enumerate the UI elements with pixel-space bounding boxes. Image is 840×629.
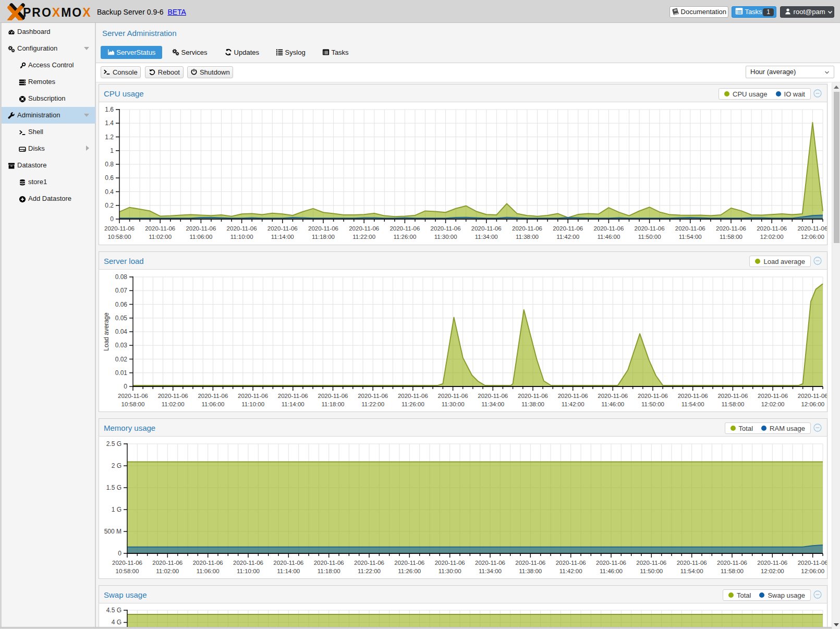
- svg-text:10:58:00: 10:58:00: [116, 568, 139, 574]
- svg-text:11:14:00: 11:14:00: [282, 401, 305, 407]
- svg-text:2020-11-06: 2020-11-06: [475, 560, 505, 566]
- svg-text:2020-11-06: 2020-11-06: [553, 225, 583, 232]
- svg-text:11:34:00: 11:34:00: [475, 234, 498, 240]
- svg-text:11:10:00: 11:10:00: [237, 568, 260, 574]
- svg-text:11:14:00: 11:14:00: [271, 234, 294, 240]
- svg-text:2020-11-06: 2020-11-06: [558, 393, 588, 399]
- svg-text:2020-11-06: 2020-11-06: [717, 560, 747, 566]
- svg-text:2020-11-06: 2020-11-06: [518, 393, 548, 399]
- svg-text:2020-11-06: 2020-11-06: [797, 225, 827, 232]
- svg-text:0.05: 0.05: [115, 314, 128, 322]
- svg-text:500 M: 500 M: [104, 528, 121, 535]
- svg-text:2020-11-06: 2020-11-06: [398, 393, 428, 399]
- svg-text:11:02:00: 11:02:00: [149, 234, 172, 240]
- svg-text:11:50:00: 11:50:00: [640, 568, 663, 574]
- svg-text:0.8: 0.8: [105, 161, 114, 168]
- svg-text:2020-11-06: 2020-11-06: [512, 225, 542, 232]
- svg-text:2020-11-06: 2020-11-06: [757, 225, 787, 232]
- svg-text:0.03: 0.03: [115, 342, 128, 349]
- svg-text:11:02:00: 11:02:00: [162, 401, 185, 407]
- svg-text:11:26:00: 11:26:00: [393, 234, 416, 240]
- svg-text:2020-11-06: 2020-11-06: [152, 560, 182, 566]
- svg-text:11:34:00: 11:34:00: [481, 401, 504, 407]
- svg-text:2020-11-06: 2020-11-06: [598, 393, 628, 399]
- svg-text:11:54:00: 11:54:00: [680, 568, 703, 574]
- svg-text:11:30:00: 11:30:00: [442, 401, 465, 407]
- svg-text:2020-11-06: 2020-11-06: [675, 225, 705, 232]
- svg-text:11:26:00: 11:26:00: [398, 568, 421, 574]
- svg-text:0: 0: [118, 550, 121, 557]
- svg-text:11:54:00: 11:54:00: [679, 234, 702, 240]
- svg-text:11:10:00: 11:10:00: [230, 234, 253, 240]
- svg-text:0.06: 0.06: [115, 301, 128, 308]
- svg-text:1.5 G: 1.5 G: [106, 484, 121, 491]
- svg-text:11:46:00: 11:46:00: [597, 234, 620, 240]
- svg-text:4.5 G: 4.5 G: [106, 607, 121, 614]
- svg-text:11:14:00: 11:14:00: [277, 568, 300, 574]
- svg-text:11:26:00: 11:26:00: [401, 401, 424, 407]
- svg-text:2020-11-06: 2020-11-06: [431, 225, 461, 232]
- svg-text:11:58:00: 11:58:00: [721, 568, 744, 574]
- svg-text:2020-11-06: 2020-11-06: [556, 560, 586, 566]
- svg-text:11:30:00: 11:30:00: [439, 568, 461, 574]
- svg-text:2020-11-06: 2020-11-06: [358, 393, 388, 399]
- svg-text:2020-11-06: 2020-11-06: [677, 560, 707, 566]
- svg-text:11:54:00: 11:54:00: [681, 401, 704, 407]
- svg-text:1.6: 1.6: [105, 106, 114, 113]
- svg-text:10:58:00: 10:58:00: [121, 401, 145, 407]
- svg-text:11:42:00: 11:42:00: [562, 401, 585, 407]
- svg-text:1: 1: [110, 147, 114, 154]
- svg-text:11:18:00: 11:18:00: [318, 568, 340, 574]
- svg-text:10:58:00: 10:58:00: [108, 234, 131, 240]
- svg-text:2020-11-06: 2020-11-06: [389, 225, 420, 232]
- svg-text:PROXMOX: PROXMOX: [23, 6, 92, 19]
- svg-text:2020-11-06: 2020-11-06: [354, 560, 384, 566]
- svg-text:2020-11-06: 2020-11-06: [193, 560, 223, 566]
- svg-text:12:06:00: 12:06:00: [801, 234, 824, 240]
- svg-text:2020-11-06: 2020-11-06: [145, 225, 175, 232]
- svg-text:12:02:00: 12:02:00: [761, 568, 784, 574]
- svg-text:2020-11-06: 2020-11-06: [435, 560, 465, 566]
- svg-text:11:22:00: 11:22:00: [361, 401, 384, 407]
- svg-text:2020-11-06: 2020-11-06: [112, 560, 142, 566]
- svg-text:2020-11-06: 2020-11-06: [273, 560, 303, 566]
- svg-text:11:06:00: 11:06:00: [189, 234, 212, 240]
- svg-text:4 G: 4 G: [112, 619, 121, 626]
- svg-text:11:38:00: 11:38:00: [521, 401, 544, 407]
- svg-text:0.08: 0.08: [115, 273, 128, 281]
- svg-text:2.5 G: 2.5 G: [106, 440, 121, 447]
- svg-text:2020-11-06: 2020-11-06: [758, 393, 788, 399]
- svg-text:2020-11-06: 2020-11-06: [635, 225, 665, 232]
- svg-text:2020-11-06: 2020-11-06: [471, 225, 502, 232]
- svg-text:2020-11-06: 2020-11-06: [798, 560, 827, 566]
- svg-text:11:42:00: 11:42:00: [556, 234, 579, 240]
- svg-text:11:22:00: 11:22:00: [352, 234, 375, 240]
- svg-text:11:18:00: 11:18:00: [322, 401, 345, 407]
- svg-text:2020-11-06: 2020-11-06: [104, 225, 135, 232]
- svg-text:12:02:00: 12:02:00: [760, 234, 784, 240]
- svg-text:12:02:00: 12:02:00: [761, 401, 785, 407]
- svg-text:2020-11-06: 2020-11-06: [278, 393, 308, 399]
- svg-text:11:46:00: 11:46:00: [601, 401, 624, 407]
- svg-text:2020-11-06: 2020-11-06: [308, 225, 338, 232]
- svg-text:12:06:00: 12:06:00: [801, 401, 824, 407]
- svg-text:2020-11-06: 2020-11-06: [678, 393, 708, 399]
- svg-text:2020-11-06: 2020-11-06: [716, 225, 746, 232]
- svg-text:0.6: 0.6: [105, 174, 114, 182]
- svg-text:2020-11-06: 2020-11-06: [349, 225, 379, 232]
- svg-text:11:30:00: 11:30:00: [434, 234, 457, 240]
- svg-text:11:34:00: 11:34:00: [479, 568, 502, 574]
- svg-text:0: 0: [110, 215, 114, 223]
- svg-text:2020-11-06: 2020-11-06: [717, 393, 748, 399]
- svg-text:11:02:00: 11:02:00: [156, 568, 179, 574]
- svg-text:11:38:00: 11:38:00: [516, 234, 539, 240]
- svg-text:11:50:00: 11:50:00: [641, 401, 664, 407]
- svg-text:11:58:00: 11:58:00: [721, 401, 744, 407]
- svg-text:12:06:00: 12:06:00: [801, 568, 824, 574]
- svg-text:11:06:00: 11:06:00: [197, 568, 220, 574]
- svg-text:0.02: 0.02: [115, 356, 128, 363]
- svg-text:0.2: 0.2: [105, 202, 114, 209]
- svg-text:1 G: 1 G: [112, 506, 121, 513]
- svg-text:2020-11-06: 2020-11-06: [757, 560, 787, 566]
- svg-text:0.07: 0.07: [115, 287, 128, 294]
